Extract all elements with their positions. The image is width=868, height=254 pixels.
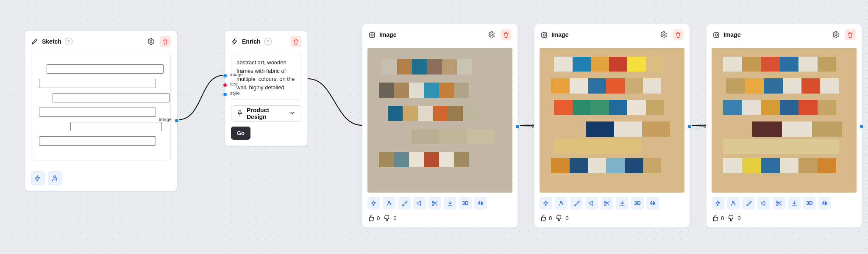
upvote-button[interactable]: 0 (540, 215, 552, 221)
announce-icon[interactable] (757, 197, 770, 210)
svg-point-9 (560, 201, 562, 203)
style-select[interactable]: Product Design (231, 105, 301, 121)
settings-button[interactable] (486, 29, 497, 40)
settings-button[interactable] (830, 29, 841, 40)
generated-image[interactable] (712, 48, 857, 193)
settings-button[interactable] (145, 36, 156, 47)
sketch-element[interactable] (39, 108, 156, 117)
4k-button[interactable]: 4k (646, 197, 659, 210)
enhance-icon[interactable] (31, 171, 45, 185)
announce-icon[interactable] (585, 197, 598, 210)
output-port-image[interactable] (515, 124, 520, 129)
image-toolbar: 3D 4k (362, 193, 517, 210)
input-port-label: style (230, 91, 240, 96)
downvote-count: 0 (565, 215, 568, 221)
delete-button[interactable] (501, 29, 512, 40)
svg-point-14 (732, 201, 734, 203)
image-title: Image (379, 31, 396, 38)
svg-point-16 (776, 204, 778, 205)
downvote-button[interactable]: 0 (384, 215, 396, 221)
pin-icon (236, 110, 243, 117)
camera-icon (712, 31, 720, 39)
delete-button[interactable] (673, 29, 684, 40)
svg-point-8 (663, 34, 665, 36)
person-icon[interactable] (48, 171, 61, 185)
brush-icon[interactable] (398, 197, 411, 210)
downvote-button[interactable]: 0 (728, 215, 740, 221)
delete-button[interactable] (290, 36, 301, 47)
enhance-icon[interactable] (367, 197, 380, 210)
sketch-element[interactable] (39, 136, 156, 146)
sketch-node[interactable]: Sketch ? image (25, 30, 177, 191)
3d-button[interactable]: 3D (803, 197, 816, 210)
input-port-label: image (230, 72, 243, 77)
help-icon[interactable]: ? (65, 38, 72, 45)
3d-button[interactable]: 3D (459, 197, 472, 210)
upvote-button[interactable]: 0 (712, 215, 724, 221)
cut-icon[interactable] (428, 197, 441, 210)
enhance-icon[interactable] (540, 197, 552, 210)
help-icon[interactable]: ? (264, 38, 272, 45)
svg-point-4 (388, 201, 390, 203)
brush-icon[interactable] (570, 197, 583, 210)
downvote-count: 0 (393, 215, 396, 221)
bolt-icon (231, 38, 239, 45)
pencil-icon (31, 38, 39, 45)
4k-button[interactable]: 4k (474, 197, 487, 210)
download-icon[interactable] (616, 197, 629, 210)
sketch-element[interactable] (53, 93, 170, 102)
enrich-node[interactable]: Enrich ? Product Design Go image text st… (225, 30, 308, 146)
announce-icon[interactable] (413, 197, 426, 210)
svg-point-7 (543, 34, 545, 36)
enrich-title: Enrich (242, 38, 261, 45)
image-title: Image (723, 31, 740, 38)
brush-icon[interactable] (742, 197, 755, 210)
chevron-down-icon (289, 110, 296, 117)
go-button[interactable]: Go (231, 127, 250, 140)
svg-point-10 (604, 201, 606, 203)
4k-button[interactable]: 4k (818, 197, 831, 210)
generated-image[interactable] (540, 48, 684, 193)
svg-point-15 (776, 201, 778, 203)
downvote-button[interactable]: 0 (556, 215, 568, 221)
image-title: Image (551, 31, 568, 38)
output-port-image[interactable] (174, 118, 179, 123)
upvote-count: 0 (549, 215, 552, 221)
sketch-element[interactable] (47, 64, 164, 74)
person-icon[interactable] (383, 197, 395, 210)
input-port-text[interactable] (223, 83, 228, 88)
camera-icon (540, 31, 548, 39)
svg-point-12 (715, 34, 717, 36)
upvote-count: 0 (721, 215, 724, 221)
input-port-style[interactable] (223, 92, 228, 97)
person-icon[interactable] (555, 197, 568, 210)
settings-button[interactable] (658, 29, 669, 40)
generated-image[interactable] (367, 48, 512, 193)
image-node[interactable]: Image 3D 4k 0 (706, 24, 862, 228)
cut-icon[interactable] (601, 197, 613, 210)
delete-button[interactable] (845, 29, 856, 40)
svg-point-2 (371, 34, 373, 36)
delete-button[interactable] (160, 36, 171, 47)
sketch-element[interactable] (70, 122, 162, 131)
sketch-canvas[interactable] (31, 54, 171, 160)
input-port-label: text (230, 81, 238, 86)
3d-button[interactable]: 3D (631, 197, 644, 210)
style-select-label: Product Design (247, 107, 286, 120)
image-node[interactable]: Image 3D 4k 0 (534, 24, 690, 228)
sketch-title: Sketch (42, 38, 61, 45)
cut-icon[interactable] (773, 197, 785, 210)
upvote-button[interactable]: 0 (367, 215, 380, 221)
sketch-element[interactable] (39, 79, 156, 88)
svg-point-5 (432, 201, 434, 203)
input-port-image[interactable] (223, 73, 228, 78)
enhance-icon[interactable] (712, 197, 724, 210)
image-node[interactable]: Image 3D 4k 0 (362, 24, 518, 228)
downvote-count: 0 (737, 215, 740, 221)
upvote-count: 0 (377, 215, 380, 221)
person-icon[interactable] (727, 197, 740, 210)
download-icon[interactable] (788, 197, 801, 210)
output-port-image[interactable] (687, 124, 692, 129)
output-port-image[interactable] (859, 124, 864, 129)
download-icon[interactable] (444, 197, 456, 210)
